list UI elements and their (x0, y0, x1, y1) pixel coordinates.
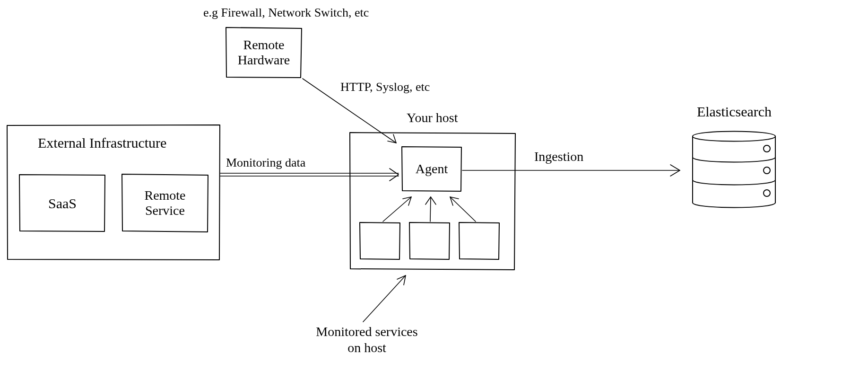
ingestion-label: Ingestion (534, 149, 583, 164)
arrow-service1-to-agent (383, 197, 411, 222)
monitoring-data-label: Monitoring data (226, 156, 306, 169)
remote-hardware-caption: e.g Firewall, Network Switch, etc (203, 6, 369, 19)
service-box-2 (409, 222, 450, 259)
monitored-services-label-1: Monitored services (316, 324, 417, 339)
arrow-agent-to-elasticsearch (462, 165, 680, 176)
external-infra-title: External Infrastructure (38, 135, 166, 151)
remote-hardware-label-2: Hardware (238, 53, 290, 67)
remote-service-label-1: Remote (144, 188, 185, 203)
monitored-services-label-2: on host (347, 340, 386, 355)
saas-label: SaaS (48, 195, 77, 211)
remote-service-label-2: Service (145, 203, 185, 218)
remote-hardware-label-1: Remote (243, 37, 284, 52)
arrow-monitored-services-to-host (363, 275, 406, 322)
arrow-service3-to-agent (450, 197, 476, 222)
agent-label: Agent (416, 161, 448, 176)
svg-point-0 (764, 145, 770, 152)
your-host-box (350, 133, 515, 270)
elasticsearch-label: Elasticsearch (697, 104, 772, 119)
svg-point-2 (764, 190, 770, 196)
service-box-1 (360, 222, 400, 259)
database-icon (693, 132, 775, 208)
http-syslog-label: HTTP, Syslog, etc (340, 80, 430, 94)
arrow-service2-to-agent (425, 197, 436, 222)
arrow-external-to-agent (220, 168, 399, 181)
your-host-label: Your host (407, 110, 458, 125)
service-box-3 (459, 222, 499, 259)
svg-point-1 (764, 167, 770, 174)
